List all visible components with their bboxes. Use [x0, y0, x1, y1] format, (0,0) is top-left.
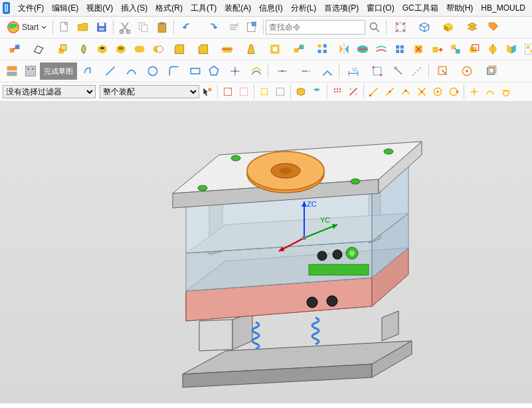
fillet-icon[interactable]: [163, 62, 185, 80]
rectangle-icon[interactable]: [187, 62, 204, 80]
snap-quadrant-icon[interactable]: [446, 84, 461, 99]
line-icon[interactable]: [102, 62, 119, 80]
convert-ref-icon[interactable]: [408, 62, 426, 80]
point-icon[interactable]: [224, 62, 246, 80]
menu-file[interactable]: 文件(F): [14, 1, 48, 16]
delete-face-icon[interactable]: [410, 41, 427, 58]
select-crossing-icon[interactable]: [236, 84, 251, 99]
highlight-icon[interactable]: [257, 84, 272, 99]
menu-view[interactable]: 视图(V): [82, 1, 117, 16]
snap-midpoint-icon[interactable]: [383, 84, 397, 99]
datum-plane-icon[interactable]: [27, 41, 50, 58]
circle-icon[interactable]: [144, 62, 161, 80]
filter-select[interactable]: 没有选择过滤器: [3, 85, 96, 98]
body-move-icon[interactable]: [288, 41, 310, 58]
sketch-create-icon[interactable]: [3, 41, 26, 58]
menu-insert[interactable]: 插入(S): [117, 1, 151, 16]
trim-body-icon[interactable]: [216, 41, 238, 58]
dimension-icon[interactable]: 12: [342, 62, 365, 80]
finish-sketch-button[interactable]: 完成草图: [40, 62, 77, 80]
surface-trim-icon[interactable]: [354, 41, 371, 58]
show-constraint-icon[interactable]: [390, 62, 407, 80]
sel-face-icon[interactable]: [310, 84, 324, 99]
copy-icon[interactable]: [135, 19, 152, 36]
profile-icon[interactable]: [78, 62, 100, 80]
arc-icon[interactable]: [120, 62, 143, 80]
menu-assembly[interactable]: 装配(A): [221, 1, 255, 16]
mirror-icon[interactable]: [335, 41, 353, 58]
constraint-icon[interactable]: [366, 62, 389, 80]
edge-blend-icon[interactable]: [168, 41, 191, 58]
menu-analyze[interactable]: 分析(L): [287, 1, 321, 16]
scope-select[interactable]: 整个装配: [100, 85, 199, 98]
sketch-in-task-icon[interactable]: [3, 62, 21, 80]
filter-cursor-icon[interactable]: [200, 84, 215, 99]
snap-intersect-icon[interactable]: [414, 84, 429, 99]
snap-tangent-icon[interactable]: [499, 84, 513, 99]
pattern-icon[interactable]: [311, 41, 334, 58]
make-coplanar-icon[interactable]: [503, 41, 520, 58]
snap-endpoint-icon[interactable]: [367, 84, 381, 99]
make-corner-icon[interactable]: [319, 62, 336, 80]
new-icon[interactable]: [56, 19, 73, 36]
extrude-icon[interactable]: [51, 41, 74, 58]
viewport-3d[interactable]: ZC YC: [0, 102, 532, 403]
menu-window[interactable]: 窗口(O): [363, 1, 398, 16]
cut-icon[interactable]: [116, 19, 133, 36]
shell-icon[interactable]: [264, 41, 286, 58]
snap-existing-icon[interactable]: [467, 84, 482, 99]
menu-gctools[interactable]: GC工具箱: [399, 1, 442, 16]
snap-clear-icon[interactable]: [346, 84, 361, 99]
surface-offset-icon[interactable]: [373, 41, 390, 58]
reattach-icon[interactable]: [456, 62, 478, 80]
quick-trim-icon[interactable]: [271, 62, 294, 80]
polygon-icon[interactable]: [205, 62, 222, 80]
hole-icon[interactable]: [94, 41, 111, 58]
menu-edit[interactable]: 编辑(E): [48, 1, 82, 16]
tag-icon[interactable]: [485, 19, 502, 36]
sketch-direct-icon[interactable]: [22, 62, 39, 80]
save-icon[interactable]: [93, 19, 110, 36]
command-search-input[interactable]: [266, 20, 365, 35]
select-inside-icon[interactable]: [221, 84, 235, 99]
pocket-icon[interactable]: [112, 41, 130, 58]
redo-icon[interactable]: [201, 19, 223, 36]
repeat-icon[interactable]: [224, 19, 242, 36]
properties-icon[interactable]: i: [243, 19, 260, 36]
layer-icon[interactable]: [461, 19, 484, 36]
resize-face-icon[interactable]: [484, 41, 501, 58]
synchronous-icon[interactable]: [391, 41, 408, 58]
menu-hbmould[interactable]: HB_MOULD: [477, 1, 529, 15]
menu-help[interactable]: 帮助(H): [442, 1, 478, 16]
start-button[interactable]: Start: [3, 19, 50, 36]
chamfer-icon[interactable]: [192, 41, 215, 58]
rect-select-icon[interactable]: [273, 84, 288, 99]
menu-format[interactable]: 格式(R): [151, 1, 187, 16]
search-icon[interactable]: [366, 19, 383, 36]
draft-icon[interactable]: [240, 41, 262, 58]
paste-icon[interactable]: [153, 19, 171, 36]
unite-icon[interactable]: [131, 41, 148, 58]
update-icon[interactable]: [480, 62, 502, 80]
snap-center-icon[interactable]: [430, 84, 445, 99]
offset-curve-icon[interactable]: [248, 62, 265, 80]
group-face-icon[interactable]: [521, 41, 532, 58]
quick-extend-icon[interactable]: [295, 62, 317, 80]
menu-tools[interactable]: 工具(T): [187, 1, 221, 16]
undo-icon[interactable]: [177, 19, 199, 36]
menu-info[interactable]: 信息(I): [255, 1, 286, 16]
sel-cube-icon[interactable]: [294, 84, 308, 99]
move-face-icon[interactable]: [428, 41, 446, 58]
open-icon[interactable]: [74, 19, 92, 36]
wireframe-icon[interactable]: [413, 19, 436, 36]
revolve-icon[interactable]: [75, 41, 92, 58]
subtract-icon[interactable]: [149, 41, 167, 58]
replace-face-icon[interactable]: [447, 41, 464, 58]
snap-grid-icon[interactable]: [330, 84, 345, 99]
snap-control-icon[interactable]: [399, 84, 413, 99]
snap-oncurve-icon[interactable]: [483, 84, 497, 99]
menu-prefs[interactable]: 首选项(P): [320, 1, 363, 16]
shaded-icon[interactable]: [437, 19, 460, 36]
fit-view-icon[interactable]: [389, 19, 412, 36]
offset-face-icon[interactable]: [466, 41, 483, 58]
